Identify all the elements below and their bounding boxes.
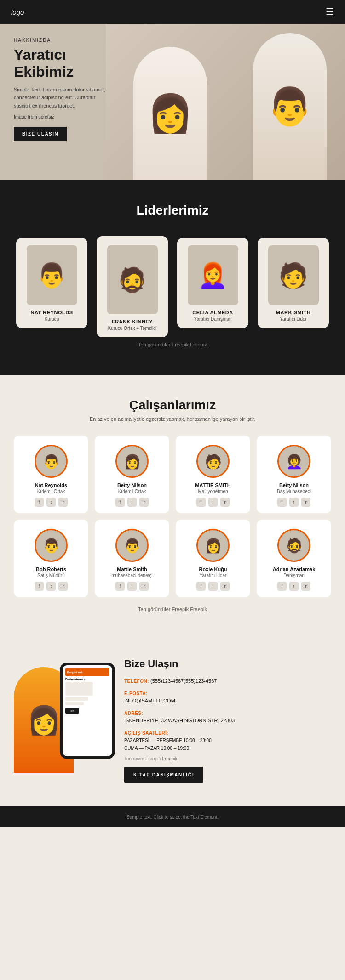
twitter-icon-5[interactable]: t	[127, 582, 137, 591]
leader-card-celia: 👩‍🦰 CELIA ALMEDA Yaratıcı Danışman	[177, 238, 248, 328]
leader-photo-mark: 🧑	[268, 245, 319, 305]
leaders-freepik-credit: Ten görüntüler Freepik Freepik	[14, 342, 331, 347]
instagram-icon-4[interactable]: in	[58, 582, 68, 591]
hero-image: 👩 👨	[106, 24, 345, 180]
contact-image-credit: Ten resim Freepik Freepik	[124, 756, 331, 761]
instagram-icon-7[interactable]: in	[301, 582, 310, 591]
instagram-icon-5[interactable]: in	[139, 582, 149, 591]
hero-title: Yaratıcı Ekibimiz	[14, 46, 106, 80]
leaders-section: Liderlerimiz 👨 NAT REYNOLDS Kurucu 🧔 FRA…	[0, 180, 345, 375]
leader-card-frank: 🧔 FRANK KINNEY Kurucu Ortak + Temsilci	[97, 236, 168, 337]
contact-hours-line1: PAZARTESİ — PERŞEMBE 10:00 – 23:00	[124, 738, 212, 743]
emp-role-4: Satış Müdürü	[19, 573, 83, 578]
instagram-icon-0[interactable]: in	[58, 498, 68, 507]
instagram-icon-2[interactable]: in	[220, 498, 230, 507]
contact-address-label: ADRES:	[124, 711, 143, 716]
contact-phone-value: (555)123-4567	[150, 678, 184, 684]
twitter-icon-3[interactable]: t	[289, 498, 299, 507]
emp-role-5: muhasebeci-denetçi	[100, 573, 164, 578]
leader-card-nat: 👨 NAT REYNOLDS Kurucu	[16, 238, 87, 328]
emp-avatar-5: 👨	[115, 529, 149, 562]
facebook-icon-5[interactable]: f	[115, 582, 125, 591]
instagram-icon-3[interactable]: in	[301, 498, 310, 507]
contact-cta-button[interactable]: KİTAP DANIŞMANLIĞI	[124, 767, 203, 783]
facebook-icon-4[interactable]: f	[34, 582, 44, 591]
leader-name-nat: NAT REYNOLDS	[22, 310, 82, 315]
emp-avatar-4: 👨	[34, 529, 68, 562]
hero-section: HAKKIMIZDA Yaratıcı Ekibimiz Simple Text…	[0, 24, 345, 180]
hero-description: Simple Text. Lorem ipsum dolor sit amet,…	[14, 86, 106, 110]
navbar: logo ☰	[0, 0, 345, 24]
emp-role-2: Mali yönetmen	[181, 489, 245, 494]
twitter-icon-2[interactable]: t	[208, 498, 218, 507]
leader-photo-nat: 👨	[27, 245, 77, 305]
emp-social-5: f t in	[100, 582, 164, 591]
hero-image-link[interactable]: Image from ücretsiz	[14, 114, 106, 119]
emp-role-7: Danışman	[262, 573, 326, 578]
emp-role-3: Baş Muhasebeci	[262, 489, 326, 494]
emp-name-2: MATTIE SMITH	[181, 482, 245, 488]
hamburger-icon[interactable]: ☰	[326, 6, 334, 17]
leader-role-celia: Yaratıcı Danışman	[183, 317, 243, 322]
facebook-icon-0[interactable]: f	[34, 498, 44, 507]
instagram-icon-1[interactable]: in	[139, 498, 149, 507]
leader-name-frank: FRANK KINNEY	[102, 319, 162, 324]
contact-section: 👩 Design & Web Design Agency btn	[0, 635, 345, 806]
emp-name-0: Nat Reynolds	[19, 482, 83, 488]
emp-role-1: Kıdemli Ortak	[100, 489, 164, 494]
leaders-title: Liderlerimiz	[14, 203, 331, 218]
emp-name-5: Mattie Smith	[100, 566, 164, 572]
facebook-icon-6[interactable]: f	[196, 582, 206, 591]
employees-subtitle: En az ve en az maliyetle egzersiz yapmak…	[14, 416, 331, 422]
emp-social-4: f t in	[19, 582, 83, 591]
emp-avatar-1: 👩	[115, 445, 149, 478]
twitter-icon-1[interactable]: t	[127, 498, 137, 507]
contact-phone-label: TELEFON:	[124, 679, 149, 684]
facebook-icon-1[interactable]: f	[115, 498, 125, 507]
facebook-icon-7[interactable]: f	[277, 582, 287, 591]
emp-avatar-0: 👨	[34, 445, 68, 478]
instagram-icon-6[interactable]: in	[220, 582, 230, 591]
contact-hours-label: AÇILIŞ SAATLERİ:	[124, 731, 168, 736]
twitter-icon-7[interactable]: t	[289, 582, 299, 591]
phone-mockup: Design & Web Design Agency btn	[60, 663, 115, 759]
contact-right: Bize Ulaşın TELEFON: (555)123-4567(555)1…	[124, 653, 331, 783]
contact-hours-item: AÇILIŞ SAATLERİ: PAZARTESİ — PERŞEMBE 10…	[124, 729, 331, 752]
logo: logo	[11, 8, 24, 16]
twitter-icon-4[interactable]: t	[46, 582, 56, 591]
employee-card-0: 👨 Nat Reynolds Kıdemli Ortak f t in	[14, 436, 88, 513]
emp-role-0: Kıdemli Ortak	[19, 489, 83, 494]
hero-cta-button[interactable]: BİZE ULAŞIN	[14, 127, 67, 141]
contact-title: Bize Ulaşın	[124, 658, 331, 670]
contact-email-value: INFO@SAMPLE.COM	[124, 698, 175, 703]
employee-card-7: 🧔 Adrian Azarlamak Danışman f t in	[257, 520, 331, 597]
emp-social-1: f t in	[100, 498, 164, 507]
employees-freepik-credit: Ten görüntüler Freepik Freepik	[14, 606, 331, 612]
hero-tag: HAKKIMIZDA	[14, 38, 106, 43]
emp-social-3: f t in	[262, 498, 326, 507]
facebook-icon-2[interactable]: f	[196, 498, 206, 507]
emp-social-7: f t in	[262, 582, 326, 591]
leader-role-mark: Yaratıcı Lider	[263, 317, 323, 322]
phone-screen-brand: Design & Web	[67, 671, 83, 674]
facebook-icon-3[interactable]: f	[277, 498, 287, 507]
footer-text: Sample text. Click to select the Text El…	[126, 815, 218, 820]
contact-address-value: İSKENDERİYE, 32 WASHINGTORN STR, 22303	[124, 718, 235, 723]
emp-name-4: Bob Roberts	[19, 566, 83, 572]
twitter-icon-0[interactable]: t	[46, 498, 56, 507]
leader-photo-frank: 🧔	[107, 245, 158, 314]
employees-grid: 👨 Nat Reynolds Kıdemli Ortak f t in 👩 Be…	[14, 436, 331, 597]
contact-email-item: E-POSTA: INFO@SAMPLE.COM	[124, 690, 331, 705]
emp-avatar-7: 🧔	[277, 529, 310, 562]
employee-card-6: 👩 Roxie Kuğu Yaratıcı Lider f t in	[176, 520, 250, 597]
employee-card-5: 👨 Mattie Smith muhasebeci-denetçi f t in	[95, 520, 169, 597]
emp-name-1: Betty Nilson	[100, 482, 164, 488]
twitter-icon-6[interactable]: t	[208, 582, 218, 591]
leader-role-nat: Kurucu	[22, 317, 82, 322]
emp-name-6: Roxie Kuğu	[181, 566, 245, 572]
contact-email-label: E-POSTA:	[124, 691, 148, 696]
emp-name-7: Adrian Azarlamak	[262, 566, 326, 572]
emp-social-2: f t in	[181, 498, 245, 507]
employees-title: Çalışanlarımız	[14, 398, 331, 413]
footer: Sample text. Click to select the Text El…	[0, 806, 345, 827]
